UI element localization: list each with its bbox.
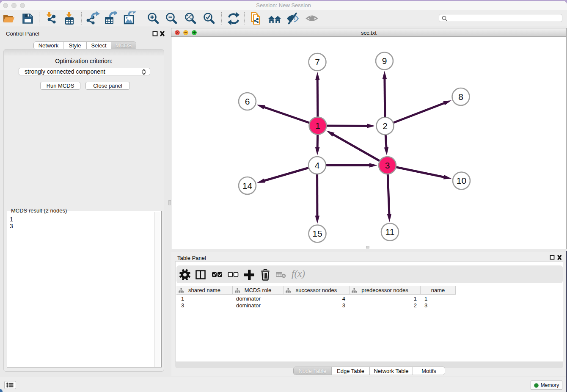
svg-text:4: 4 xyxy=(315,160,320,170)
svg-text:10: 10 xyxy=(457,176,466,185)
svg-text:14: 14 xyxy=(242,181,253,190)
svg-text:6: 6 xyxy=(245,97,250,106)
svg-text:9: 9 xyxy=(382,56,387,66)
svg-text:2: 2 xyxy=(383,121,388,131)
svg-text:11: 11 xyxy=(385,227,395,237)
svg-text:1: 1 xyxy=(315,121,320,130)
svg-text:15: 15 xyxy=(312,229,322,238)
svg-text:7: 7 xyxy=(315,57,320,67)
svg-text:3: 3 xyxy=(385,160,390,170)
svg-text:8: 8 xyxy=(458,92,463,102)
